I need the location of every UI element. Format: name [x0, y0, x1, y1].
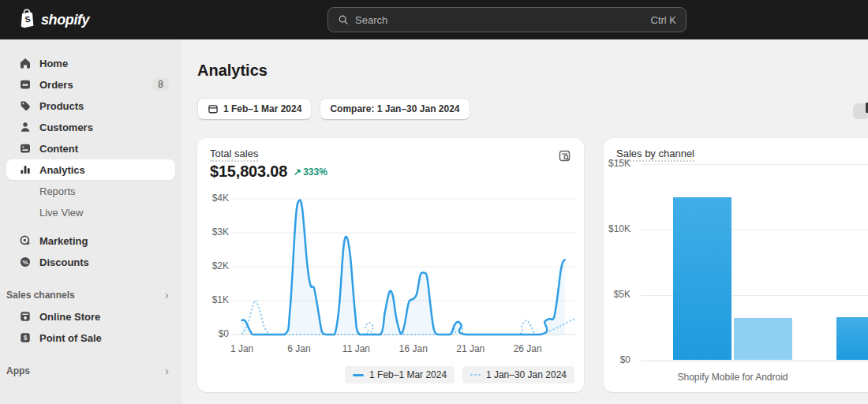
- point-of-sale-icon: $: [19, 331, 32, 344]
- online-store-icon: [19, 310, 32, 323]
- orders-count-badge: 8: [152, 78, 169, 91]
- svg-text:%: %: [22, 259, 28, 266]
- sidebar-item-label: Live View: [39, 207, 83, 219]
- sidebar-item-products[interactable]: Products: [6, 95, 175, 116]
- home-icon: [19, 57, 32, 69]
- filter-bar: 1 Feb–1 Mar 2024 Compare: 1 Jan–30 Jan 2…: [197, 98, 470, 120]
- sidebar-item-label: Orders: [39, 79, 73, 91]
- x-axis-tick: 1 Jan: [230, 343, 253, 354]
- chevron-right-icon: ›: [165, 364, 169, 377]
- content-icon: [19, 142, 32, 155]
- sidebar-item-marketing[interactable]: Marketing: [6, 230, 175, 251]
- total-sales-card: Total sales $15,803.08 ↗ 333% $4K$3K$2K$…: [197, 138, 584, 392]
- total-sales-line-chart: [233, 198, 577, 337]
- shopify-bag-icon: S: [19, 9, 36, 32]
- solid-line-swatch-icon: [353, 374, 364, 376]
- total-sales-change: ↗ 333%: [294, 166, 327, 178]
- sidebar-item-label: Point of Sale: [39, 332, 102, 344]
- search-shortcut: Ctrl K: [651, 14, 677, 26]
- sidebar-section-apps[interactable]: Apps›: [6, 364, 169, 377]
- analytics-icon: [19, 163, 32, 176]
- discounts-icon: %: [19, 256, 32, 268]
- calendar-icon: [208, 103, 219, 114]
- svg-text:$: $: [24, 334, 28, 342]
- search-icon: [338, 14, 349, 25]
- bar-category-label: Shopify Mobile for Android: [646, 372, 820, 383]
- main-content: Analytics 1 Feb–1 Mar 2024 Compare: 1 Ja…: [181, 39, 868, 404]
- y-axis-tick: $0: [202, 328, 229, 339]
- y-axis-tick: $15K: [604, 158, 630, 169]
- total-sales-title: Total sales: [210, 148, 258, 162]
- products-icon: [19, 99, 32, 112]
- y-axis-tick: $4K: [202, 193, 229, 204]
- legend-compare-label: 1 Jan–30 Jan 2024: [486, 369, 567, 380]
- chart-legend: 1 Feb–1 Mar 2024 1 Jan–30 Jan 2024: [345, 366, 574, 383]
- sidebar-item-content[interactable]: Content: [6, 138, 175, 159]
- sidebar-item-label: Products: [39, 100, 84, 112]
- sidebar-item-live-view[interactable]: Live View: [6, 202, 175, 223]
- orders-icon: [19, 78, 32, 91]
- search-placeholder: Search: [355, 14, 387, 26]
- page-title: Analytics: [197, 62, 268, 80]
- section-label: Apps: [6, 365, 30, 376]
- svg-text:S: S: [24, 13, 31, 24]
- view-report-button[interactable]: [556, 147, 573, 164]
- legend-current-label: 1 Feb–1 Mar 2024: [369, 369, 447, 380]
- sidebar-item-point-of-sale[interactable]: $Point of Sale: [6, 327, 175, 348]
- sidebar-item-label: Discounts: [39, 256, 89, 268]
- y-axis-tick: $2K: [202, 260, 229, 271]
- top-bar: S shopify Search Ctrl K: [0, 0, 868, 39]
- sidebar-item-label: Content: [39, 143, 78, 155]
- date-range-label: 1 Feb–1 Mar 2024: [223, 103, 301, 114]
- sidebar-item-label: Marketing: [39, 235, 88, 247]
- sales-by-channel-bar-chart: Shopify Mobile for Android: [641, 164, 868, 361]
- compare-label: Compare: 1 Jan–30 Jan 2024: [330, 103, 459, 114]
- sidebar-item-label: Customers: [39, 122, 93, 133]
- section-label: Sales channels: [6, 290, 75, 301]
- gridline: [641, 164, 868, 165]
- y-axis-tick: $10K: [604, 223, 630, 234]
- shopify-logo[interactable]: S shopify: [19, 9, 89, 32]
- sidebar-item-reports[interactable]: Reports: [6, 181, 175, 201]
- sidebar-item-label: Reports: [39, 185, 76, 197]
- y-axis-tick: $0: [604, 354, 630, 365]
- customers-icon: [19, 121, 32, 133]
- sidebar: HomeOrders8ProductsCustomersContentAnaly…: [0, 39, 181, 404]
- total-sales-metric: $15,803.08 ↗ 333%: [210, 163, 327, 181]
- dotted-line-swatch-icon: [470, 374, 481, 376]
- sidebar-item-customers[interactable]: Customers: [6, 117, 175, 137]
- sidebar-item-analytics[interactable]: Analytics: [6, 159, 175, 180]
- report-search-icon: [558, 149, 571, 163]
- total-sales-value: $15,803.08: [210, 163, 287, 181]
- sidebar-section-sales-channels[interactable]: Sales channels›: [6, 288, 169, 301]
- legend-compare-period: 1 Jan–30 Jan 2024: [462, 366, 574, 383]
- sidebar-item-orders[interactable]: Orders8: [6, 74, 175, 95]
- y-axis-tick: $5K: [604, 289, 630, 300]
- bar-current-period: [673, 197, 731, 360]
- sales-by-channel-card: Sales by channel $15K$10K$5K$0 Shopify M…: [604, 138, 868, 392]
- search-input[interactable]: Search Ctrl K: [327, 7, 687, 32]
- marketing-icon: [19, 234, 32, 247]
- x-axis-tick: 6 Jan: [287, 343, 310, 354]
- chevron-right-icon: ›: [165, 288, 169, 301]
- sidebar-item-label: Analytics: [39, 164, 85, 176]
- brand-wordmark: shopify: [41, 12, 89, 28]
- sidebar-item-label: Online Store: [39, 311, 100, 323]
- y-axis-tick: $1K: [202, 294, 229, 305]
- trend-value: 333%: [303, 166, 327, 178]
- x-axis-tick: 21 Jan: [456, 343, 485, 354]
- sidebar-item-discounts[interactable]: %Discounts: [6, 252, 175, 272]
- trend-up-icon: ↗: [294, 166, 301, 178]
- x-axis-tick: 11 Jan: [342, 343, 370, 354]
- bar-current-period: [836, 317, 868, 360]
- bar-compare-period: [734, 318, 792, 360]
- date-range-button[interactable]: 1 Feb–1 Mar 2024: [197, 98, 312, 120]
- gridline: [641, 361, 868, 361]
- x-axis-tick: 16 Jan: [399, 343, 428, 354]
- sidebar-item-label: Home: [39, 58, 68, 69]
- compare-button[interactable]: Compare: 1 Jan–30 Jan 2024: [320, 98, 470, 120]
- x-axis-tick: 26 Jan: [514, 343, 542, 354]
- sidebar-item-home[interactable]: Home: [6, 53, 175, 73]
- y-axis-tick: $3K: [202, 226, 229, 238]
- sidebar-item-online-store[interactable]: Online Store: [6, 306, 175, 327]
